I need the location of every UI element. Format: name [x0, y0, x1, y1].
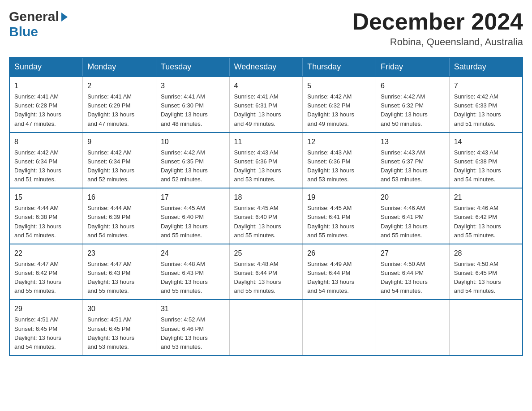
calendar-cell: 30Sunrise: 4:51 AM Sunset: 6:45 PM Dayli…: [83, 300, 156, 355]
day-info: Sunrise: 4:47 AM Sunset: 6:42 PM Dayligh…: [14, 260, 78, 296]
day-number: 18: [234, 192, 298, 203]
col-thursday: Thursday: [303, 57, 376, 77]
day-info: Sunrise: 4:48 AM Sunset: 6:44 PM Dayligh…: [234, 260, 298, 296]
header-row: Sunday Monday Tuesday Wednesday Thursday…: [9, 57, 523, 77]
day-number: 27: [381, 248, 445, 259]
calendar-week-1: 1Sunrise: 4:41 AM Sunset: 6:28 PM Daylig…: [9, 77, 523, 133]
day-number: 23: [87, 248, 151, 259]
col-saturday: Saturday: [449, 57, 523, 77]
day-info: Sunrise: 4:45 AM Sunset: 6:40 PM Dayligh…: [161, 204, 225, 240]
day-info: Sunrise: 4:48 AM Sunset: 6:43 PM Dayligh…: [161, 260, 225, 296]
col-sunday: Sunday: [9, 57, 83, 77]
day-number: 8: [14, 137, 78, 147]
calendar-cell: 28Sunrise: 4:50 AM Sunset: 6:45 PM Dayli…: [449, 244, 523, 300]
calendar-cell: 15Sunrise: 4:44 AM Sunset: 6:38 PM Dayli…: [9, 188, 83, 244]
day-number: 6: [381, 81, 445, 91]
day-number: 14: [454, 137, 518, 147]
calendar-cell: 25Sunrise: 4:48 AM Sunset: 6:44 PM Dayli…: [229, 244, 303, 300]
calendar-cell: 17Sunrise: 4:45 AM Sunset: 6:40 PM Dayli…: [156, 188, 229, 244]
day-info: Sunrise: 4:42 AM Sunset: 6:32 PM Dayligh…: [307, 92, 371, 128]
calendar-cell: 1Sunrise: 4:41 AM Sunset: 6:28 PM Daylig…: [9, 77, 83, 133]
calendar-week-4: 22Sunrise: 4:47 AM Sunset: 6:42 PM Dayli…: [9, 244, 523, 300]
calendar-cell: 21Sunrise: 4:46 AM Sunset: 6:42 PM Dayli…: [449, 188, 523, 244]
day-info: Sunrise: 4:50 AM Sunset: 6:44 PM Dayligh…: [381, 260, 445, 296]
calendar-cell: 29Sunrise: 4:51 AM Sunset: 6:45 PM Dayli…: [9, 300, 83, 355]
calendar-cell: 22Sunrise: 4:47 AM Sunset: 6:42 PM Dayli…: [9, 244, 83, 300]
calendar-cell: 12Sunrise: 4:43 AM Sunset: 6:36 PM Dayli…: [303, 133, 376, 188]
calendar-cell: 14Sunrise: 4:43 AM Sunset: 6:38 PM Dayli…: [449, 133, 523, 188]
calendar-cell: 9Sunrise: 4:42 AM Sunset: 6:34 PM Daylig…: [83, 133, 156, 188]
day-info: Sunrise: 4:42 AM Sunset: 6:35 PM Dayligh…: [161, 148, 225, 184]
day-number: 22: [14, 248, 78, 259]
calendar-cell: 26Sunrise: 4:49 AM Sunset: 6:44 PM Dayli…: [303, 244, 376, 300]
location-title: Robina, Queensland, Australia: [352, 36, 523, 48]
day-number: 28: [454, 248, 518, 259]
calendar-week-2: 8Sunrise: 4:42 AM Sunset: 6:34 PM Daylig…: [9, 133, 523, 188]
day-number: 12: [307, 137, 371, 147]
day-info: Sunrise: 4:43 AM Sunset: 6:36 PM Dayligh…: [307, 148, 371, 184]
col-friday: Friday: [376, 57, 450, 77]
day-number: 11: [234, 137, 298, 147]
col-wednesday: Wednesday: [229, 57, 303, 77]
day-info: Sunrise: 4:45 AM Sunset: 6:40 PM Dayligh…: [234, 204, 298, 240]
day-number: 4: [234, 81, 298, 91]
day-info: Sunrise: 4:41 AM Sunset: 6:31 PM Dayligh…: [234, 92, 298, 128]
day-info: Sunrise: 4:46 AM Sunset: 6:42 PM Dayligh…: [454, 204, 518, 240]
day-number: 7: [454, 81, 518, 91]
day-info: Sunrise: 4:50 AM Sunset: 6:45 PM Dayligh…: [454, 260, 518, 296]
title-section: December 2024 Robina, Queensland, Austra…: [352, 9, 523, 48]
calendar-body: 1Sunrise: 4:41 AM Sunset: 6:28 PM Daylig…: [9, 77, 523, 355]
logo-blue-text: Blue: [9, 24, 38, 39]
day-number: 31: [161, 304, 225, 314]
day-number: 17: [161, 192, 225, 203]
col-monday: Monday: [83, 57, 156, 77]
day-info: Sunrise: 4:43 AM Sunset: 6:38 PM Dayligh…: [454, 148, 518, 184]
calendar-cell: 8Sunrise: 4:42 AM Sunset: 6:34 PM Daylig…: [9, 133, 83, 188]
calendar-cell: 7Sunrise: 4:42 AM Sunset: 6:33 PM Daylig…: [449, 77, 523, 133]
day-info: Sunrise: 4:45 AM Sunset: 6:41 PM Dayligh…: [307, 204, 371, 240]
day-number: 24: [161, 248, 225, 259]
calendar-cell: 23Sunrise: 4:47 AM Sunset: 6:43 PM Dayli…: [83, 244, 156, 300]
calendar-cell: [376, 300, 450, 355]
calendar-cell: 27Sunrise: 4:50 AM Sunset: 6:44 PM Dayli…: [376, 244, 450, 300]
day-info: Sunrise: 4:51 AM Sunset: 6:45 PM Dayligh…: [87, 315, 151, 351]
calendar-week-5: 29Sunrise: 4:51 AM Sunset: 6:45 PM Dayli…: [9, 300, 523, 355]
calendar-cell: [303, 300, 376, 355]
calendar-week-3: 15Sunrise: 4:44 AM Sunset: 6:38 PM Dayli…: [9, 188, 523, 244]
day-info: Sunrise: 4:42 AM Sunset: 6:34 PM Dayligh…: [87, 148, 151, 184]
day-number: 3: [161, 81, 225, 91]
day-number: 19: [307, 192, 371, 203]
calendar-cell: 16Sunrise: 4:44 AM Sunset: 6:39 PM Dayli…: [83, 188, 156, 244]
calendar-cell: 10Sunrise: 4:42 AM Sunset: 6:35 PM Dayli…: [156, 133, 229, 188]
day-number: 25: [234, 248, 298, 259]
calendar-cell: [449, 300, 523, 355]
day-number: 30: [87, 304, 151, 314]
day-number: 9: [87, 137, 151, 147]
col-tuesday: Tuesday: [156, 57, 229, 77]
calendar-cell: 5Sunrise: 4:42 AM Sunset: 6:32 PM Daylig…: [303, 77, 376, 133]
month-title: December 2024: [352, 9, 523, 34]
calendar-cell: 20Sunrise: 4:46 AM Sunset: 6:41 PM Dayli…: [376, 188, 450, 244]
calendar-cell: 2Sunrise: 4:41 AM Sunset: 6:29 PM Daylig…: [83, 77, 156, 133]
logo-triangle-icon: [61, 13, 68, 21]
logo: General Blue: [9, 9, 68, 39]
day-info: Sunrise: 4:42 AM Sunset: 6:33 PM Dayligh…: [454, 92, 518, 128]
day-info: Sunrise: 4:49 AM Sunset: 6:44 PM Dayligh…: [307, 260, 371, 296]
calendar-cell: 19Sunrise: 4:45 AM Sunset: 6:41 PM Dayli…: [303, 188, 376, 244]
day-info: Sunrise: 4:42 AM Sunset: 6:34 PM Dayligh…: [14, 148, 78, 184]
calendar-cell: 24Sunrise: 4:48 AM Sunset: 6:43 PM Dayli…: [156, 244, 229, 300]
calendar-header: Sunday Monday Tuesday Wednesday Thursday…: [9, 57, 523, 77]
calendar-cell: 13Sunrise: 4:43 AM Sunset: 6:37 PM Dayli…: [376, 133, 450, 188]
day-number: 15: [14, 192, 78, 203]
day-info: Sunrise: 4:42 AM Sunset: 6:32 PM Dayligh…: [381, 92, 445, 128]
day-info: Sunrise: 4:43 AM Sunset: 6:37 PM Dayligh…: [381, 148, 445, 184]
calendar-cell: 3Sunrise: 4:41 AM Sunset: 6:30 PM Daylig…: [156, 77, 229, 133]
day-number: 29: [14, 304, 78, 314]
calendar-cell: 6Sunrise: 4:42 AM Sunset: 6:32 PM Daylig…: [376, 77, 450, 133]
day-number: 16: [87, 192, 151, 203]
day-number: 13: [381, 137, 445, 147]
day-number: 21: [454, 192, 518, 203]
day-info: Sunrise: 4:41 AM Sunset: 6:30 PM Dayligh…: [161, 92, 225, 128]
day-number: 26: [307, 248, 371, 259]
day-info: Sunrise: 4:41 AM Sunset: 6:29 PM Dayligh…: [87, 92, 151, 128]
